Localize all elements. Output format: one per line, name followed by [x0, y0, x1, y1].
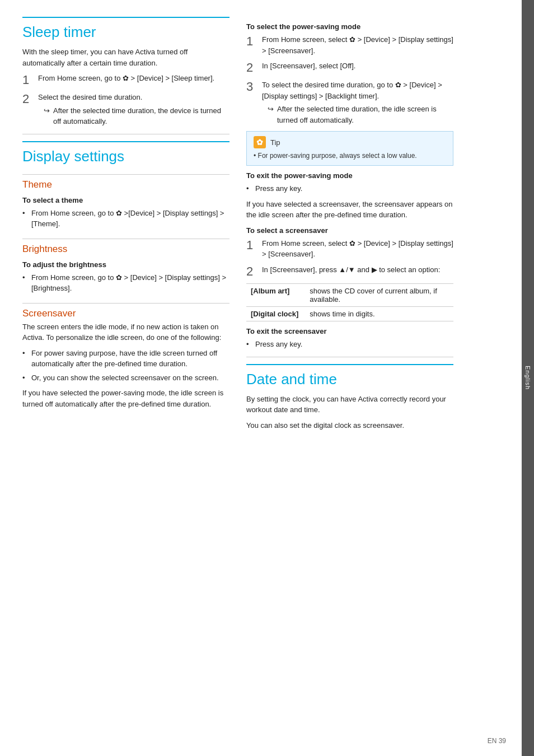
- ps-step-3: 3 To select the desired time duration, g…: [246, 80, 453, 125]
- date-time-title: Date and time: [246, 364, 453, 388]
- brightness-step-1-text: From Home screen, go to ✿ > [Device] > […: [31, 273, 226, 293]
- brightness-task-title: To adjust the brightness: [22, 260, 229, 269]
- content-area: Sleep timer With the sleep timer, you ca…: [0, 0, 522, 756]
- ps-step-1-content: From Home screen, select ✿ > [Device] > …: [262, 34, 453, 56]
- brightness-step-1: From Home screen, go to ✿ > [Device] > […: [22, 272, 229, 294]
- exit-power-saving-bullet: Press any key.: [246, 183, 453, 194]
- theme-steps: From Home screen, go to ✿ >[Device] > [D…: [22, 208, 229, 230]
- page-number: EN 39: [488, 737, 506, 745]
- arrow-icon-1: ↪: [44, 105, 50, 127]
- ps-step-2-text: In [Screensaver], select [Off].: [262, 62, 355, 70]
- option-2-desc: shows time in digits.: [305, 307, 453, 321]
- sleep-step-2-content: Select the desired time duration. ↪ Afte…: [38, 92, 229, 127]
- ps-step-3-text: To select the desired time duration, go …: [262, 81, 442, 100]
- screensaver-bullet-1-text: For power saving purpose, have the idle …: [31, 349, 217, 368]
- option-row-2: [Digital clock] shows time in digits.: [246, 307, 453, 321]
- select-screensaver-title: To select a screensaver: [246, 226, 453, 235]
- sleep-timer-title: Sleep timer: [22, 17, 229, 41]
- left-column: Sleep timer With the sleep timer, you ca…: [22, 17, 229, 739]
- exit-screensaver-bullets: Press any key.: [246, 339, 453, 350]
- ss-step-2: 2 In [Screensaver], press ▲/▼ and ▶ to s…: [246, 264, 453, 279]
- tip-content-text: For power-saving purpose, always select …: [258, 152, 417, 160]
- ss-step-1-text: From Home screen, select ✿ > [Device] > …: [262, 239, 453, 259]
- screensaver-bullet-2-text: Or, you can show the selected screensave…: [31, 374, 219, 382]
- sleep-step-2-note: ↪ After the selected time duration, the …: [44, 105, 229, 127]
- arrow-icon-2: ↪: [268, 104, 274, 125]
- select-screensaver-steps: 1 From Home screen, select ✿ > [Device] …: [246, 238, 453, 279]
- ss-step-2-content: In [Screensaver], press ▲/▼ and ▶ to sel…: [262, 264, 453, 276]
- sleep-step-1-content: From Home screen, go to ✿ > [Device] > […: [38, 73, 229, 84]
- ps-step-num-2: 2: [246, 60, 262, 75]
- brightness-subtitle: Brightness: [22, 239, 229, 255]
- option-1-label: [Album art]: [246, 284, 305, 307]
- ps-step-1-text: From Home screen, select ✿ > [Device] > …: [262, 35, 453, 55]
- ps-step-3-content: To select the desired time duration, go …: [262, 80, 453, 125]
- tip-content: • For power-saving purpose, always selec…: [254, 151, 446, 161]
- exit-screensaver-title: To exit the screensaver: [246, 327, 453, 335]
- sidebar-label: English: [524, 366, 531, 390]
- right-column: To select the power-saving mode 1 From H…: [246, 17, 453, 739]
- sleep-step-2-note-text: After the selected time duration, the de…: [53, 105, 229, 127]
- ps-step-3-note-text: After the selected time duration, the id…: [277, 104, 453, 125]
- tip-icon: ✿: [254, 136, 266, 148]
- tip-label: Tip: [270, 138, 280, 147]
- option-row-1: [Album art] shows the CD cover of curren…: [246, 284, 453, 307]
- exit-power-saving-title: To exit the power-saving mode: [246, 171, 453, 180]
- ss-step-num-1: 1: [246, 238, 262, 253]
- ss-step-2-text: In [Screensaver], press ▲/▼ and ▶ to sel…: [262, 265, 440, 274]
- exit-screensaver-bullet: Press any key.: [246, 339, 453, 350]
- theme-step-1: From Home screen, go to ✿ >[Device] > [D…: [22, 208, 229, 230]
- screensaver-intro1: The screen enters the idle mode, if no n…: [22, 321, 229, 343]
- brightness-steps: From Home screen, go to ✿ > [Device] > […: [22, 272, 229, 294]
- theme-subtitle: Theme: [22, 174, 229, 190]
- sleep-step-1: 1 From Home screen, go to ✿ > [Device] >…: [22, 73, 229, 87]
- ps-step-num-1: 1: [246, 34, 262, 49]
- sidebar-tab: English: [522, 0, 534, 756]
- screensaver-bullet-2: Or, you can show the selected screensave…: [22, 372, 229, 384]
- ps-step-2: 2 In [Screensaver], select [Off].: [246, 60, 453, 75]
- ps-step-num-3: 3: [246, 80, 262, 94]
- screensaver-outro1: If you have selected a screensaver, the …: [246, 199, 453, 221]
- sleep-step-2-text: Select the desired time duration.: [38, 93, 142, 101]
- screensaver-bullets: For power saving purpose, have the idle …: [22, 348, 229, 384]
- date-time-intro2: You can also set the digital clock as sc…: [246, 420, 453, 431]
- divider-right: [246, 357, 453, 357]
- step-num-1: 1: [22, 73, 38, 87]
- options-table: [Album art] shows the CD cover of curren…: [246, 283, 453, 321]
- screensaver-subtitle: Screensaver: [22, 303, 229, 319]
- step-num-2: 2: [22, 92, 38, 106]
- ps-step-2-content: In [Screensaver], select [Off].: [262, 60, 453, 72]
- theme-step-1-text: From Home screen, go to ✿ >[Device] > [D…: [31, 209, 224, 228]
- ps-step-3-note: ↪ After the selected time duration, the …: [268, 104, 453, 125]
- sleep-step-1-text: From Home screen, go to ✿ > [Device] > […: [38, 74, 214, 82]
- ss-step-1: 1 From Home screen, select ✿ > [Device] …: [246, 238, 453, 260]
- option-2-label: [Digital clock]: [246, 307, 305, 321]
- exit-screensaver-text: Press any key.: [255, 340, 302, 348]
- sleep-timer-intro: With the sleep timer, you can have Activ…: [22, 46, 229, 68]
- divider-1: [22, 134, 229, 134]
- screensaver-intro2: If you have selected the power-saving mo…: [22, 388, 229, 409]
- power-saving-task-title: To select the power-saving mode: [246, 22, 453, 31]
- power-saving-steps: 1 From Home screen, select ✿ > [Device] …: [246, 34, 453, 125]
- sleep-timer-steps: 1 From Home screen, go to ✿ > [Device] >…: [22, 73, 229, 127]
- page-container: English Sleep timer With the sleep timer…: [0, 0, 534, 756]
- date-time-intro1: By setting the clock, you can have Activ…: [246, 394, 453, 416]
- display-settings-title: Display settings: [22, 141, 229, 165]
- ps-step-1: 1 From Home screen, select ✿ > [Device] …: [246, 34, 453, 56]
- ss-step-1-content: From Home screen, select ✿ > [Device] > …: [262, 238, 453, 260]
- sleep-step-2: 2 Select the desired time duration. ↪ Af…: [22, 92, 229, 127]
- exit-power-saving-text: Press any key.: [255, 184, 302, 193]
- theme-task-title: To select a theme: [22, 196, 229, 204]
- screensaver-bullet-1: For power saving purpose, have the idle …: [22, 348, 229, 370]
- ss-step-num-2: 2: [246, 264, 262, 279]
- tip-box: ✿ Tip • For power-saving purpose, always…: [246, 131, 453, 166]
- tip-header: ✿ Tip: [254, 136, 446, 148]
- option-1-desc: shows the CD cover of current album, if …: [305, 284, 453, 307]
- exit-power-saving-bullets: Press any key.: [246, 183, 453, 194]
